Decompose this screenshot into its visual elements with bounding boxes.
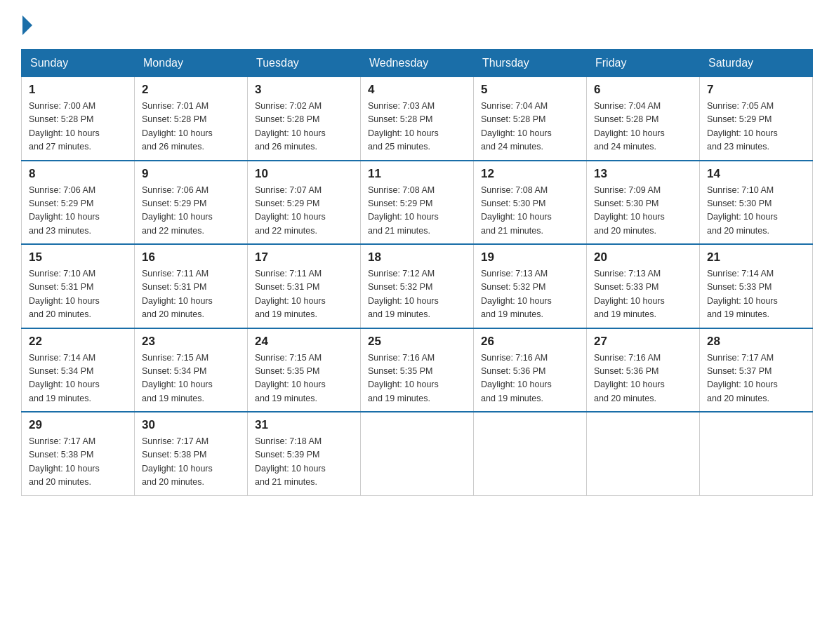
calendar-cell: 17 Sunrise: 7:11 AMSunset: 5:31 PMDaylig… (248, 244, 361, 328)
day-info: Sunrise: 7:11 AMSunset: 5:31 PMDaylight:… (255, 267, 353, 322)
calendar-cell: 12 Sunrise: 7:08 AMSunset: 5:30 PMDaylig… (474, 161, 587, 245)
day-info: Sunrise: 7:16 AMSunset: 5:35 PMDaylight:… (368, 351, 466, 406)
day-info: Sunrise: 7:01 AMSunset: 5:28 PMDaylight:… (142, 100, 240, 154)
day-info: Sunrise: 7:07 AMSunset: 5:29 PMDaylight:… (255, 184, 353, 239)
day-number: 3 (255, 83, 353, 97)
day-info: Sunrise: 7:00 AMSunset: 5:28 PMDaylight:… (29, 100, 127, 154)
calendar-cell: 1 Sunrise: 7:00 AMSunset: 5:28 PMDayligh… (22, 77, 135, 161)
day-number: 18 (368, 250, 466, 264)
day-number: 20 (594, 250, 692, 264)
day-number: 27 (594, 335, 692, 349)
calendar-cell: 10 Sunrise: 7:07 AMSunset: 5:29 PMDaylig… (248, 161, 361, 245)
day-number: 15 (29, 250, 127, 264)
day-number: 26 (481, 335, 579, 349)
day-info: Sunrise: 7:04 AMSunset: 5:28 PMDaylight:… (594, 100, 692, 154)
calendar-cell: 8 Sunrise: 7:06 AMSunset: 5:29 PMDayligh… (22, 161, 135, 245)
calendar-cell: 23 Sunrise: 7:15 AMSunset: 5:34 PMDaylig… (135, 328, 248, 412)
day-number: 12 (481, 167, 579, 181)
calendar-week-row: 1 Sunrise: 7:00 AMSunset: 5:28 PMDayligh… (22, 77, 813, 161)
calendar-cell: 22 Sunrise: 7:14 AMSunset: 5:34 PMDaylig… (22, 328, 135, 412)
calendar-week-row: 22 Sunrise: 7:14 AMSunset: 5:34 PMDaylig… (22, 328, 813, 412)
calendar-cell: 20 Sunrise: 7:13 AMSunset: 5:33 PMDaylig… (587, 244, 700, 328)
calendar-cell: 29 Sunrise: 7:17 AMSunset: 5:38 PMDaylig… (22, 412, 135, 495)
day-info: Sunrise: 7:10 AMSunset: 5:30 PMDaylight:… (707, 184, 805, 239)
day-number: 13 (594, 167, 692, 181)
calendar-cell: 19 Sunrise: 7:13 AMSunset: 5:32 PMDaylig… (474, 244, 587, 328)
calendar-cell (700, 412, 813, 495)
day-info: Sunrise: 7:17 AMSunset: 5:37 PMDaylight:… (707, 351, 805, 406)
weekday-header-thursday: Thursday (474, 50, 587, 77)
calendar-cell: 16 Sunrise: 7:11 AMSunset: 5:31 PMDaylig… (135, 244, 248, 328)
day-number: 24 (255, 335, 353, 349)
day-info: Sunrise: 7:12 AMSunset: 5:32 PMDaylight:… (368, 267, 466, 322)
day-info: Sunrise: 7:06 AMSunset: 5:29 PMDaylight:… (142, 184, 240, 239)
calendar-cell: 24 Sunrise: 7:15 AMSunset: 5:35 PMDaylig… (248, 328, 361, 412)
day-number: 9 (142, 167, 240, 181)
calendar-cell: 11 Sunrise: 7:08 AMSunset: 5:29 PMDaylig… (361, 161, 474, 245)
day-info: Sunrise: 7:05 AMSunset: 5:29 PMDaylight:… (707, 100, 805, 154)
calendar-cell (474, 412, 587, 495)
calendar-cell: 5 Sunrise: 7:04 AMSunset: 5:28 PMDayligh… (474, 77, 587, 161)
day-number: 31 (255, 418, 353, 432)
day-info: Sunrise: 7:09 AMSunset: 5:30 PMDaylight:… (594, 184, 692, 239)
day-number: 28 (707, 335, 805, 349)
calendar-cell: 14 Sunrise: 7:10 AMSunset: 5:30 PMDaylig… (700, 161, 813, 245)
day-info: Sunrise: 7:17 AMSunset: 5:38 PMDaylight:… (29, 435, 127, 490)
calendar-cell: 28 Sunrise: 7:17 AMSunset: 5:37 PMDaylig… (700, 328, 813, 412)
logo-arrow-icon (22, 15, 32, 35)
day-number: 25 (368, 335, 466, 349)
page-header (21, 14, 813, 35)
calendar-cell: 31 Sunrise: 7:18 AMSunset: 5:39 PMDaylig… (248, 412, 361, 495)
day-info: Sunrise: 7:11 AMSunset: 5:31 PMDaylight:… (142, 267, 240, 322)
day-number: 2 (142, 83, 240, 97)
day-info: Sunrise: 7:08 AMSunset: 5:30 PMDaylight:… (481, 184, 579, 239)
day-number: 6 (594, 83, 692, 97)
weekday-header-tuesday: Tuesday (248, 50, 361, 77)
calendar-cell: 30 Sunrise: 7:17 AMSunset: 5:38 PMDaylig… (135, 412, 248, 495)
day-info: Sunrise: 7:16 AMSunset: 5:36 PMDaylight:… (594, 351, 692, 406)
calendar-cell: 9 Sunrise: 7:06 AMSunset: 5:29 PMDayligh… (135, 161, 248, 245)
calendar-cell: 2 Sunrise: 7:01 AMSunset: 5:28 PMDayligh… (135, 77, 248, 161)
calendar-cell: 3 Sunrise: 7:02 AMSunset: 5:28 PMDayligh… (248, 77, 361, 161)
weekday-header-friday: Friday (587, 50, 700, 77)
day-number: 4 (368, 83, 466, 97)
weekday-header-wednesday: Wednesday (361, 50, 474, 77)
day-info: Sunrise: 7:14 AMSunset: 5:33 PMDaylight:… (707, 267, 805, 322)
day-number: 19 (481, 250, 579, 264)
calendar-cell: 15 Sunrise: 7:10 AMSunset: 5:31 PMDaylig… (22, 244, 135, 328)
day-info: Sunrise: 7:03 AMSunset: 5:28 PMDaylight:… (368, 100, 466, 154)
day-info: Sunrise: 7:16 AMSunset: 5:36 PMDaylight:… (481, 351, 579, 406)
day-info: Sunrise: 7:06 AMSunset: 5:29 PMDaylight:… (29, 184, 127, 239)
calendar-week-row: 8 Sunrise: 7:06 AMSunset: 5:29 PMDayligh… (22, 161, 813, 245)
calendar-cell: 13 Sunrise: 7:09 AMSunset: 5:30 PMDaylig… (587, 161, 700, 245)
calendar-cell: 26 Sunrise: 7:16 AMSunset: 5:36 PMDaylig… (474, 328, 587, 412)
day-number: 7 (707, 83, 805, 97)
calendar-cell: 18 Sunrise: 7:12 AMSunset: 5:32 PMDaylig… (361, 244, 474, 328)
day-info: Sunrise: 7:13 AMSunset: 5:32 PMDaylight:… (481, 267, 579, 322)
calendar-header-row: SundayMondayTuesdayWednesdayThursdayFrid… (22, 50, 813, 77)
calendar-cell (587, 412, 700, 495)
day-info: Sunrise: 7:18 AMSunset: 5:39 PMDaylight:… (255, 435, 353, 490)
day-number: 17 (255, 250, 353, 264)
day-number: 29 (29, 418, 127, 432)
day-number: 10 (255, 167, 353, 181)
day-number: 23 (142, 335, 240, 349)
day-number: 14 (707, 167, 805, 181)
weekday-header-sunday: Sunday (22, 50, 135, 77)
day-info: Sunrise: 7:15 AMSunset: 5:35 PMDaylight:… (255, 351, 353, 406)
day-info: Sunrise: 7:08 AMSunset: 5:29 PMDaylight:… (368, 184, 466, 239)
weekday-header-saturday: Saturday (700, 50, 813, 77)
day-info: Sunrise: 7:04 AMSunset: 5:28 PMDaylight:… (481, 100, 579, 154)
day-number: 30 (142, 418, 240, 432)
day-info: Sunrise: 7:15 AMSunset: 5:34 PMDaylight:… (142, 351, 240, 406)
day-number: 22 (29, 335, 127, 349)
weekday-header-monday: Monday (135, 50, 248, 77)
calendar-cell: 21 Sunrise: 7:14 AMSunset: 5:33 PMDaylig… (700, 244, 813, 328)
calendar-cell: 6 Sunrise: 7:04 AMSunset: 5:28 PMDayligh… (587, 77, 700, 161)
day-number: 8 (29, 167, 127, 181)
logo (21, 14, 32, 35)
calendar-cell: 27 Sunrise: 7:16 AMSunset: 5:36 PMDaylig… (587, 328, 700, 412)
calendar-table: SundayMondayTuesdayWednesdayThursdayFrid… (21, 49, 813, 496)
day-info: Sunrise: 7:13 AMSunset: 5:33 PMDaylight:… (594, 267, 692, 322)
calendar-week-row: 29 Sunrise: 7:17 AMSunset: 5:38 PMDaylig… (22, 412, 813, 495)
